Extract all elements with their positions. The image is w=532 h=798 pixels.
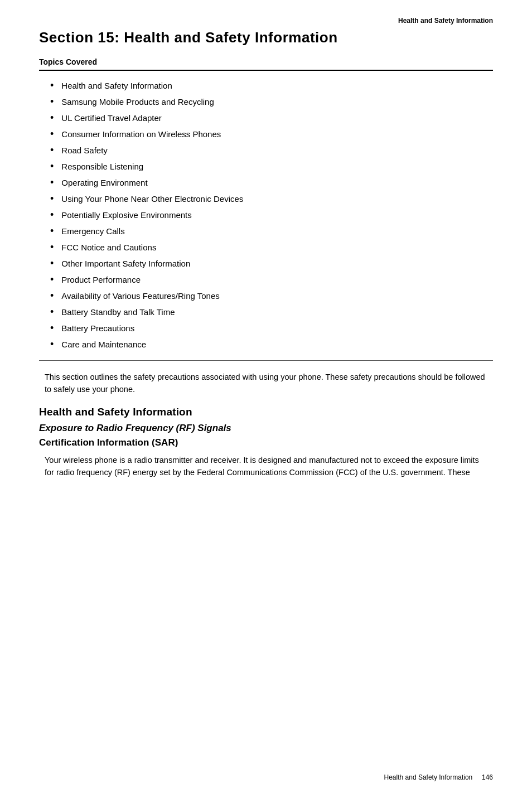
list-item: • Battery Precautions xyxy=(50,323,493,334)
footer-page-number: 146 xyxy=(482,773,493,781)
list-item-text: Consumer Information on Wireless Phones xyxy=(61,129,221,139)
bullet-icon: • xyxy=(50,290,54,302)
bullet-icon: • xyxy=(50,96,54,108)
header-label: Health and Safety Information xyxy=(39,17,493,25)
list-item-text: Care and Maintenance xyxy=(61,340,146,349)
topics-covered-label: Topics Covered xyxy=(39,57,493,66)
list-item-text: Battery Standby and Talk Time xyxy=(61,307,175,317)
list-item: • Using Your Phone Near Other Electronic… xyxy=(50,194,493,205)
divider-top xyxy=(39,70,493,71)
bullet-icon: • xyxy=(50,80,54,91)
list-item-text: Using Your Phone Near Other Electronic D… xyxy=(61,194,243,204)
footer-text: Health and Safety Information xyxy=(384,773,473,781)
certification-body: Your wireless phone is a radio transmitt… xyxy=(45,454,487,479)
list-item: • Availability of Various Features/Ring … xyxy=(50,291,493,302)
certification-heading: Certification Information (SAR) xyxy=(39,437,493,448)
bullet-icon: • xyxy=(50,338,54,350)
topics-list: • Health and Safety Information • Samsun… xyxy=(50,81,493,350)
bullet-icon: • xyxy=(50,144,54,156)
list-item: • Health and Safety Information xyxy=(50,81,493,91)
list-item-text: Product Performance xyxy=(61,275,141,284)
list-item: • Battery Standby and Talk Time xyxy=(50,307,493,318)
list-item-text: Potentially Explosive Environments xyxy=(61,210,191,220)
list-item-text: Road Safety xyxy=(61,146,108,155)
bullet-icon: • xyxy=(50,241,54,253)
divider-middle xyxy=(39,360,493,361)
list-item: • Consumer Information on Wireless Phone… xyxy=(50,129,493,140)
bullet-icon: • xyxy=(50,112,54,124)
list-item-text: UL Certified Travel Adapter xyxy=(61,113,162,123)
list-item: • Road Safety xyxy=(50,146,493,156)
list-item-text: Operating Environment xyxy=(61,178,147,187)
list-item: • UL Certified Travel Adapter xyxy=(50,113,493,124)
bullet-icon: • xyxy=(50,225,54,237)
list-item-text: Battery Precautions xyxy=(61,323,134,333)
page: Health and Safety Information Section 15… xyxy=(0,0,532,798)
list-item: • Product Performance xyxy=(50,275,493,286)
intro-text: This section outlines the safety precaut… xyxy=(45,371,487,396)
list-item: • Potentially Explosive Environments xyxy=(50,210,493,221)
bullet-icon: • xyxy=(50,306,54,318)
list-item: • Emergency Calls xyxy=(50,226,493,237)
list-item: • Samsung Mobile Products and Recycling xyxy=(50,97,493,108)
list-item-text: Emergency Calls xyxy=(61,226,124,236)
list-item: • Responsible Listening xyxy=(50,162,493,172)
list-item-text: Availability of Various Features/Ring To… xyxy=(61,291,219,301)
bullet-icon: • xyxy=(50,161,54,172)
exposure-heading: Exposure to Radio Frequency (RF) Signals xyxy=(39,423,493,434)
list-item-text: Responsible Listening xyxy=(61,162,143,171)
section-title: Section 15: Health and Safety Informatio… xyxy=(39,29,493,46)
bullet-icon: • xyxy=(50,177,54,188)
bullet-icon: • xyxy=(50,258,54,269)
list-item: • Operating Environment xyxy=(50,178,493,188)
bullet-icon: • xyxy=(50,209,54,221)
list-item: • FCC Notice and Cautions xyxy=(50,243,493,253)
list-item: • Care and Maintenance xyxy=(50,340,493,350)
bullet-icon: • xyxy=(50,193,54,205)
health-safety-heading: Health and Safety Information xyxy=(39,406,493,418)
list-item-text: Other Important Safety Information xyxy=(61,259,190,268)
bullet-icon: • xyxy=(50,322,54,334)
list-item: • Other Important Safety Information xyxy=(50,259,493,269)
bullet-icon: • xyxy=(50,274,54,286)
footer-label: Health and Safety Information 146 xyxy=(384,773,493,781)
bullet-icon: • xyxy=(50,128,54,140)
list-item-text: Samsung Mobile Products and Recycling xyxy=(61,97,214,107)
list-item-text: FCC Notice and Cautions xyxy=(61,243,156,252)
list-item-text: Health and Safety Information xyxy=(61,81,172,90)
